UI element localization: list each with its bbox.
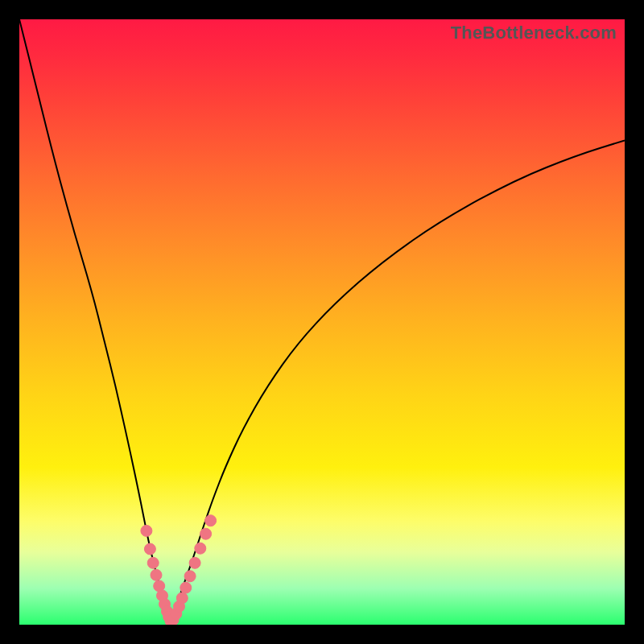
curve-marker bbox=[151, 569, 162, 580]
curve-marker bbox=[200, 528, 212, 539]
curve-marker bbox=[144, 543, 155, 555]
curve-marker bbox=[205, 515, 217, 526]
curve-right-branch bbox=[171, 140, 625, 621]
curve-marker bbox=[147, 557, 159, 568]
curve-marker bbox=[189, 557, 200, 568]
curve-marker bbox=[180, 582, 192, 593]
marker-group bbox=[141, 515, 217, 625]
curve-marker bbox=[184, 571, 196, 582]
chart-frame: TheBottleneck.com bbox=[0, 0, 644, 644]
curve-marker bbox=[195, 543, 206, 554]
plot-area: TheBottleneck.com bbox=[19, 19, 625, 625]
curve-marker bbox=[141, 525, 152, 536]
curve-layer bbox=[19, 19, 625, 625]
curve-marker bbox=[176, 592, 188, 604]
